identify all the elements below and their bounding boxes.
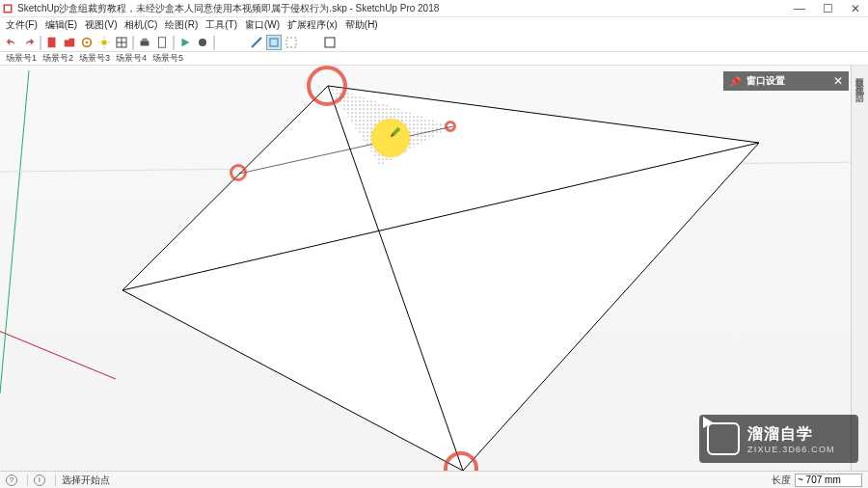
menu-bar: 文件(F) 编辑(E) 视图(V) 相机(C) 绘图(R) 工具(T) 窗口(W…	[0, 17, 868, 33]
grid-icon[interactable]	[114, 35, 129, 50]
menu-camera[interactable]: 相机(C)	[122, 18, 159, 32]
minimize-button[interactable]: —	[794, 2, 805, 15]
status-hint: 选择开始点	[62, 474, 110, 487]
svg-marker-25	[122, 86, 759, 471]
menu-tools[interactable]: 工具(T)	[203, 18, 239, 32]
hidden-geometry-icon[interactable]	[284, 35, 299, 50]
print-icon[interactable]	[137, 35, 152, 50]
redo-icon[interactable]	[21, 35, 37, 50]
menu-extensions[interactable]: 扩展程序(x)	[285, 18, 339, 32]
vcb-input[interactable]	[795, 474, 862, 487]
right-tray-rail[interactable]: 默认面板 柔化边线 阴影	[851, 66, 868, 471]
video-watermark: 溜溜自学 ZIXUE.3D66.COM	[699, 415, 858, 463]
help-icon[interactable]: ?	[6, 474, 17, 486]
svg-marker-31	[703, 417, 713, 428]
watermark-brand: 溜溜自学	[747, 424, 835, 445]
menu-window[interactable]: 窗口(W)	[243, 18, 282, 32]
pin-icon[interactable]: 📌	[729, 76, 741, 87]
face-style-icon[interactable]	[266, 35, 282, 50]
vcb-label: 长度	[772, 474, 791, 487]
svg-point-5	[101, 40, 106, 44]
svg-line-22	[0, 312, 116, 379]
title-bar: SketchUp沙盒组裁剪教程，未经沙盒本人同意使用本视频即属于侵权行为.skp…	[0, 0, 868, 17]
svg-line-18	[252, 38, 261, 47]
svg-rect-15	[159, 37, 166, 47]
menu-help[interactable]: 帮助(H)	[343, 18, 380, 32]
menu-file[interactable]: 文件(F)	[4, 18, 40, 32]
scene-tab[interactable]: 场景号1	[6, 52, 37, 65]
toolbar-separator: |	[212, 35, 216, 50]
play-animation-icon[interactable]	[177, 35, 193, 50]
watermark-url: ZIXUE.3D66.COM	[747, 445, 835, 454]
maximize-button[interactable]: ☐	[823, 2, 833, 15]
inference-ring	[445, 121, 456, 132]
menu-edit[interactable]: 编辑(E)	[43, 18, 79, 32]
menu-view[interactable]: 视图(V)	[83, 18, 119, 32]
sun-icon[interactable]	[96, 35, 112, 50]
edge-style-icon[interactable]	[249, 35, 264, 50]
inference-ring	[307, 66, 347, 106]
pencil-cursor-icon	[389, 125, 400, 137]
svg-point-4	[86, 41, 89, 43]
main-toolbar: | | | |	[0, 33, 868, 52]
inference-ring	[230, 164, 247, 181]
status-bar: ? i 选择开始点 长度	[0, 471, 868, 488]
svg-rect-13	[141, 41, 149, 45]
page-icon[interactable]	[154, 35, 170, 50]
tray-title: 窗口设置	[746, 74, 833, 88]
scene-drawing	[0, 66, 868, 471]
play-icon	[707, 422, 740, 455]
app-icon	[2, 3, 14, 14]
svg-point-17	[199, 39, 206, 46]
gear-icon[interactable]	[79, 35, 95, 50]
scene-tab[interactable]: 场景号2	[42, 52, 73, 65]
menu-draw[interactable]: 绘图(R)	[163, 18, 200, 32]
undo-icon[interactable]	[4, 35, 19, 50]
toolbar-separator: |	[39, 35, 42, 50]
toolbar-separator: |	[131, 35, 135, 50]
svg-rect-20	[286, 38, 296, 47]
svg-rect-2	[48, 37, 56, 47]
model-viewport[interactable]: 默认面板 柔化边线 阴影 📌 窗口设置 ✕ 溜溜自学 ZIXUE.3D66.CO…	[0, 66, 868, 471]
scene-tabs: 场景号1 场景号2 场景号3 场景号4 场景号5	[0, 52, 868, 66]
tray-close-icon[interactable]: ✕	[833, 74, 843, 88]
tray-header[interactable]: 📌 窗口设置 ✕	[723, 71, 849, 91]
toolbar-separator: |	[172, 35, 176, 50]
close-button[interactable]: ✕	[851, 2, 860, 15]
record-icon[interactable]	[195, 35, 210, 50]
extension-tool-icon[interactable]	[322, 35, 338, 50]
svg-rect-19	[270, 39, 278, 46]
svg-rect-1	[5, 6, 11, 12]
scene-tab[interactable]: 场景号5	[152, 52, 183, 65]
open-file-icon[interactable]	[62, 35, 77, 50]
svg-rect-21	[325, 38, 335, 47]
info-icon[interactable]: i	[34, 474, 45, 486]
window-controls: — ☐ ✕	[794, 2, 860, 15]
svg-line-23	[0, 70, 29, 393]
svg-rect-14	[142, 38, 147, 41]
svg-marker-16	[182, 38, 190, 46]
window-title: SketchUp沙盒组裁剪教程，未经沙盒本人同意使用本视频即属于侵权行为.skp…	[17, 2, 794, 15]
measurements-box: 长度	[772, 474, 862, 487]
scene-tab[interactable]: 场景号4	[116, 52, 147, 65]
scene-tab[interactable]: 场景号3	[79, 52, 110, 65]
new-file-icon[interactable]	[44, 35, 60, 50]
